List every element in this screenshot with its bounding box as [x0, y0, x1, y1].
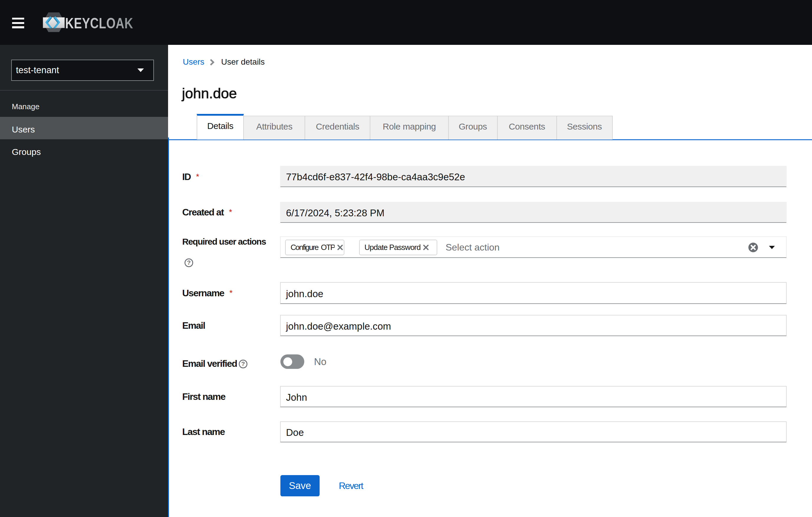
svg-text:?: ?: [187, 259, 191, 266]
svg-text:?: ?: [241, 360, 245, 367]
